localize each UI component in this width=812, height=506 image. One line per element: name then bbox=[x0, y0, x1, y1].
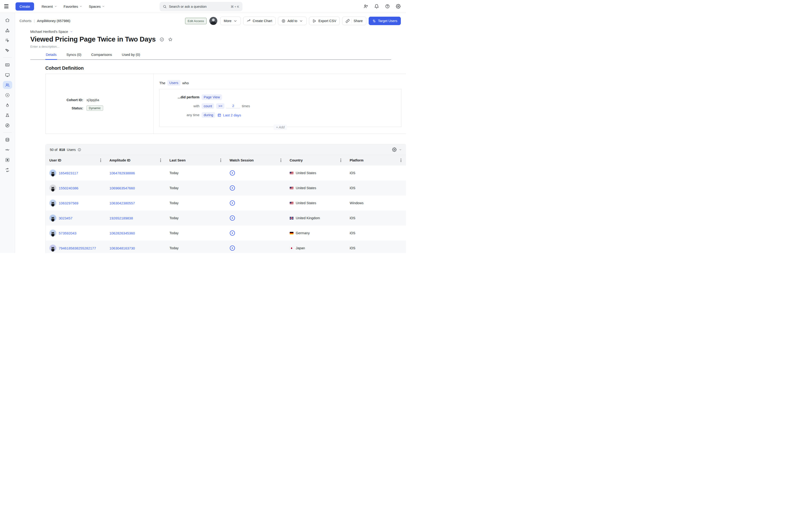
user-id-link[interactable]: 573592043 bbox=[59, 231, 76, 235]
sidebar-item-session-replay[interactable] bbox=[3, 91, 12, 99]
sidebar-item-heatmaps[interactable] bbox=[3, 101, 12, 109]
compass-icon bbox=[5, 123, 10, 128]
search-input[interactable]: Search or ask a question ⌘ + K bbox=[159, 2, 243, 11]
status-label: Status: bbox=[46, 106, 83, 110]
hamburger-menu-icon[interactable] bbox=[4, 4, 10, 9]
cell-platform: iOS bbox=[346, 180, 406, 195]
play-session-icon[interactable] bbox=[229, 230, 235, 236]
target-users-button[interactable]: Target Users bbox=[368, 17, 401, 25]
menu-spaces[interactable]: Spaces bbox=[86, 3, 107, 10]
sidebar-item-users-cohorts[interactable] bbox=[3, 81, 12, 89]
play-session-icon[interactable] bbox=[229, 215, 235, 221]
page-title[interactable]: Viewed Pricing Page Twice in Two Days bbox=[30, 35, 156, 43]
sidebar-item-data[interactable] bbox=[3, 136, 12, 144]
sidebar-item-assets[interactable] bbox=[3, 26, 12, 34]
create-button[interactable]: Create bbox=[15, 2, 34, 11]
column-menu-icon[interactable] bbox=[400, 158, 402, 163]
verified-badge-button[interactable] bbox=[159, 37, 164, 42]
cell-amplitude-id: 1063048163730 bbox=[106, 241, 166, 253]
cell-country: United States bbox=[286, 195, 346, 210]
column-menu-icon[interactable] bbox=[219, 158, 222, 163]
column-menu-icon[interactable] bbox=[159, 158, 162, 163]
share-button[interactable]: Share bbox=[342, 17, 366, 25]
table-settings-button[interactable] bbox=[392, 147, 402, 152]
sidebar-item-experiments[interactable] bbox=[3, 111, 12, 119]
country-flag bbox=[290, 217, 293, 220]
sidebar-item-sandbox[interactable] bbox=[3, 156, 12, 164]
table-summary-bar: 50 of 818 Users bbox=[46, 144, 406, 155]
sidebar-item-dashboards[interactable] bbox=[3, 71, 12, 79]
top-navbar: Create Recent Favorites Spaces Search or… bbox=[0, 0, 406, 13]
shapes-icon bbox=[5, 28, 10, 33]
user-id-link[interactable]: 7946185838255282177 bbox=[59, 246, 96, 250]
cell-watch-session bbox=[226, 165, 286, 180]
user-id-link[interactable]: 1063297569 bbox=[59, 201, 78, 205]
breadcrumb: Cohorts | AmpliMoney (657986) bbox=[19, 19, 70, 23]
menu-favorites[interactable]: Favorites bbox=[61, 3, 85, 10]
space-selector[interactable]: Michael Heriford's Space bbox=[30, 30, 73, 33]
amplitude-id-link[interactable]: 1069663547660 bbox=[110, 186, 135, 190]
amplitude-id-link[interactable]: 192652189838 bbox=[110, 216, 133, 220]
sidebar-item-signals[interactable] bbox=[3, 146, 12, 154]
column-menu-icon[interactable] bbox=[99, 158, 102, 163]
add-condition-button[interactable]: + Add bbox=[273, 124, 287, 130]
sidebar-item-pathways[interactable] bbox=[3, 166, 12, 174]
sidebar-item-charts[interactable] bbox=[3, 61, 12, 69]
tab-details[interactable]: Details bbox=[45, 53, 57, 59]
chevron-down-icon bbox=[299, 19, 303, 23]
amplitude-id-link[interactable]: 1063048163730 bbox=[110, 246, 135, 250]
play-session-icon[interactable] bbox=[229, 245, 235, 251]
chevron-down-icon bbox=[102, 5, 105, 8]
notifications-button[interactable] bbox=[374, 4, 379, 9]
date-range-selector[interactable]: Last 2 days bbox=[217, 113, 241, 117]
search-icon bbox=[163, 5, 166, 8]
amplitude-id-link[interactable]: 1063042380557 bbox=[110, 201, 135, 205]
create-chart-button[interactable]: Create Chart bbox=[243, 17, 276, 25]
tab-comparisons[interactable]: Comparisons bbox=[91, 53, 112, 59]
sidebar-item-discover[interactable] bbox=[3, 121, 12, 129]
description-placeholder[interactable]: Enter a description... bbox=[30, 45, 406, 48]
sidebar-item-ai[interactable] bbox=[3, 47, 12, 55]
menu-recent[interactable]: Recent bbox=[39, 3, 59, 10]
cell-watch-session bbox=[226, 210, 286, 226]
user-id-link[interactable]: 1550240386 bbox=[59, 186, 78, 190]
export-csv-button[interactable]: Export CSV bbox=[309, 17, 340, 25]
settings-button[interactable] bbox=[396, 4, 401, 9]
count-value-input[interactable]: 2 bbox=[226, 104, 240, 108]
breadcrumb-cohorts[interactable]: Cohorts bbox=[19, 19, 31, 23]
invite-user-button[interactable] bbox=[363, 4, 368, 9]
column-menu-icon[interactable] bbox=[280, 158, 282, 163]
owner-avatar[interactable] bbox=[209, 17, 217, 25]
tab-used-by[interactable]: Used by (0) bbox=[122, 53, 141, 59]
section-title: Cohort Definition bbox=[45, 66, 406, 71]
subject-selector[interactable]: Users bbox=[167, 80, 181, 86]
cell-amplitude-id: 1062826345360 bbox=[106, 226, 166, 241]
sidebar-item-home[interactable] bbox=[3, 16, 12, 24]
sidebar-item-activity[interactable] bbox=[3, 36, 12, 45]
user-id-link[interactable]: 3023457 bbox=[59, 216, 72, 220]
add-to-button[interactable]: Add to bbox=[278, 17, 307, 25]
amplitude-id-link[interactable]: 1062826345360 bbox=[110, 231, 135, 235]
favorite-star-button[interactable] bbox=[168, 37, 173, 42]
cell-country: United Kingdom bbox=[286, 210, 346, 226]
play-session-icon[interactable] bbox=[229, 170, 235, 176]
column-header-amplitude-id: Amplitude ID bbox=[106, 155, 166, 165]
edit-access-badge[interactable]: Edit Access bbox=[185, 18, 207, 24]
more-button[interactable]: More bbox=[220, 17, 241, 25]
column-menu-icon[interactable] bbox=[340, 158, 342, 163]
help-button[interactable] bbox=[385, 4, 390, 9]
aggregation-selector[interactable]: count bbox=[202, 103, 214, 109]
operator-selector[interactable]: >= bbox=[216, 103, 224, 109]
play-session-icon[interactable] bbox=[229, 200, 235, 206]
event-selector[interactable]: Page View bbox=[202, 94, 222, 100]
breadcrumb-project[interactable]: AmpliMoney (657986) bbox=[37, 19, 70, 23]
play-session-icon[interactable] bbox=[229, 185, 235, 191]
during-selector[interactable]: during bbox=[202, 112, 215, 118]
amplitude-id-link[interactable]: 1064782938886 bbox=[110, 171, 135, 175]
tab-syncs[interactable]: Syncs (0) bbox=[66, 53, 82, 59]
cell-user-id: 7946185838255282177 bbox=[46, 241, 106, 253]
search-placeholder: Search or ask a question bbox=[169, 5, 231, 8]
user-id-link[interactable]: 1654923117 bbox=[59, 171, 78, 175]
info-icon[interactable] bbox=[77, 148, 81, 152]
users-count: 50 of 818 Users bbox=[50, 148, 81, 152]
